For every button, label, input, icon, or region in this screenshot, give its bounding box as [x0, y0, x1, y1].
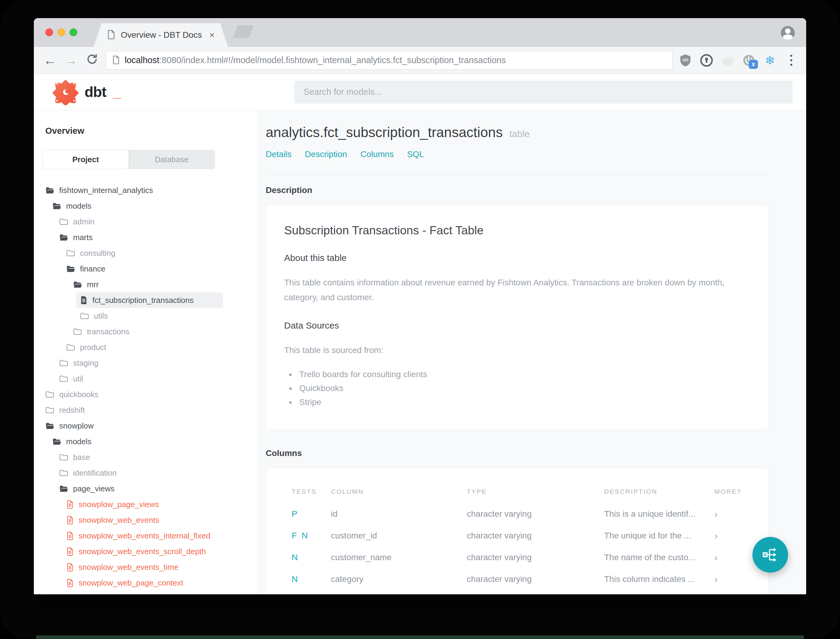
tab-title: Overview - DBT Docs [121, 30, 204, 40]
tree-item-transactions[interactable]: transactions [34, 324, 257, 339]
file-icon [80, 296, 87, 305]
tree-item-page_views[interactable]: page_views [34, 481, 257, 496]
tree-item-redshift[interactable]: redshift [34, 402, 257, 418]
tree-item-snowplow_web_events[interactable]: snowplow_web_events [34, 512, 257, 528]
tree-item-snowplow_web_events_time[interactable]: snowplow_web_events_time [34, 559, 257, 575]
tree-item-product[interactable]: product [34, 339, 257, 355]
tree-item-fishtown_internal_analytics[interactable]: fishtown_internal_analytics [34, 183, 257, 198]
url-text: localhost:8080/index.html#!/model/model.… [125, 55, 506, 65]
tree-item-base[interactable]: base [34, 449, 257, 465]
sidebar-tab-project[interactable]: Project [43, 150, 129, 169]
tree-item-fct_subscription_transactions[interactable]: fct_subscription_transactions [34, 292, 257, 308]
folder-open-icon [73, 281, 82, 288]
folder-icon [45, 391, 54, 398]
file-icon [66, 547, 74, 556]
tree-item-staging[interactable]: staging [34, 355, 257, 371]
browser-menu-icon[interactable] [784, 54, 798, 67]
tests-badges: P [292, 509, 331, 519]
folder-open-icon [52, 202, 61, 210]
tree-item-snowplow_web_events_internal_fixed[interactable]: snowplow_web_events_internal_fixed [34, 528, 257, 544]
minimize-window-button[interactable] [57, 29, 65, 36]
tree-item-models[interactable]: models [34, 434, 257, 449]
tree-item-label: transactions [87, 327, 129, 336]
expand-chevron-icon[interactable]: › [715, 552, 751, 563]
extension-badge: x [749, 60, 758, 69]
tree-item-quickbooks[interactable]: quickbooks [34, 386, 257, 402]
tree-item-util[interactable]: util [34, 371, 257, 386]
column-row-id[interactable]: Pidcharacter varyingThis is a unique ide… [292, 503, 751, 525]
file-icon [66, 578, 74, 587]
close-window-button[interactable] [45, 29, 53, 36]
folder-icon [59, 359, 68, 367]
description-card: Subscription Transactions - Fact Table A… [266, 205, 769, 430]
tab-description[interactable]: Description [305, 149, 347, 159]
tree-item-snowplow[interactable]: snowplow [34, 418, 257, 434]
tree-item-label: admin [73, 217, 95, 226]
content-area: Overview ProjectDatabase fishtown_intern… [34, 110, 806, 594]
avatar-head-icon [785, 29, 791, 34]
folder-open-icon [59, 234, 68, 241]
tree-item-utils[interactable]: utils [34, 308, 257, 324]
tree-item-snowplow_web_events_scroll_depth[interactable]: snowplow_web_events_scroll_depth [34, 544, 257, 559]
tree-item-consulting[interactable]: consulting [34, 245, 257, 261]
column-row-date_month[interactable]: Ndate_monthdateThis column indicates ...… [292, 590, 751, 594]
tree-item-snowplow_web_page_context[interactable]: snowplow_web_page_context [34, 575, 257, 591]
wallpaper-sliver [36, 635, 804, 639]
refresh-button[interactable] [84, 53, 100, 67]
tree-item-label: snowplow_web_events [78, 515, 159, 525]
lineage-graph-button[interactable] [753, 537, 788, 572]
tab-columns[interactable]: Columns [360, 149, 394, 159]
search-input[interactable]: Search for models... [294, 81, 792, 103]
source-list-item: Quickbooks [296, 383, 750, 393]
main-pane: analytics.fct_subscription_transactions … [257, 110, 806, 594]
back-button[interactable]: ← [42, 54, 57, 67]
tree-item-snowplow_page_views[interactable]: snowplow_page_views [34, 496, 257, 512]
tab-close-icon[interactable]: × [209, 30, 215, 40]
url-path: :8080/index.html#!/model/model.fishtown_… [159, 55, 506, 65]
folder-icon [80, 312, 89, 320]
address-bar[interactable]: localhost:8080/index.html#!/model/model.… [106, 51, 673, 70]
expand-chevron-icon[interactable]: › [715, 509, 751, 520]
search-placeholder: Search for models... [303, 87, 382, 97]
pocket-extension-icon[interactable] [721, 54, 734, 67]
tree-item-label: staging [73, 358, 98, 368]
column-description: The name of the custo... [604, 553, 715, 562]
ublock-extension-icon[interactable]: UO [679, 54, 692, 67]
sidebar-tab-database[interactable]: Database [129, 150, 215, 169]
column-row-customer_id[interactable]: F Ncustomer_idcharacter varyingThe uniqu… [292, 525, 751, 547]
folder-open-icon [45, 422, 54, 430]
sources-heading: Data Sources [284, 320, 750, 331]
tree-item-models[interactable]: models [34, 198, 257, 214]
browser-tab[interactable]: Overview - DBT Docs × [94, 23, 228, 47]
tree-item-identification[interactable]: identification [34, 465, 257, 481]
tree-item-marts[interactable]: marts [34, 229, 257, 245]
column-row-customer_name[interactable]: Ncustomer_namecharacter varyingThe name … [292, 547, 751, 568]
tab-sql[interactable]: SQL [407, 149, 424, 159]
tab-details[interactable]: Details [266, 149, 292, 159]
onepassword-extension-icon[interactable] [700, 54, 713, 67]
power-extension-icon[interactable]: x [742, 54, 756, 67]
columns-card: TESTSCOLUMNTYPEDESCRIPTIONMORE?Pidcharac… [266, 468, 769, 594]
source-list-item: Stripe [296, 397, 750, 407]
tree-item-label: snowplow_page_views [78, 500, 159, 509]
profile-avatar[interactable] [781, 26, 795, 40]
tree-item-finance[interactable]: finance [34, 261, 257, 277]
table-header-column: COLUMN [331, 488, 467, 495]
column-description: The unique id for the ... [604, 531, 715, 540]
tree-item-mrr[interactable]: mrr [34, 277, 257, 292]
svg-text:UO: UO [683, 58, 688, 62]
snowflake-extension-icon[interactable]: ❄ [763, 54, 776, 67]
source-list-item: Trello boards for consulting clients [296, 370, 750, 379]
url-page-icon [112, 55, 120, 66]
expand-chevron-icon[interactable]: › [715, 530, 751, 542]
folder-icon [59, 469, 68, 477]
zoom-window-button[interactable] [70, 29, 77, 36]
avatar-body-icon [783, 35, 793, 40]
new-tab-button[interactable] [233, 25, 254, 38]
dbt-logo[interactable]: dbt_ [52, 79, 121, 105]
expand-chevron-icon[interactable]: › [715, 574, 751, 585]
dbt-logo-text: dbt [84, 84, 106, 100]
browser-toolbar: ← → localhost:8080/index.html#!/model/mo… [34, 47, 806, 74]
tree-item-admin[interactable]: admin [34, 214, 257, 229]
column-row-category[interactable]: Ncategorycharacter varyingThis column in… [292, 568, 751, 590]
